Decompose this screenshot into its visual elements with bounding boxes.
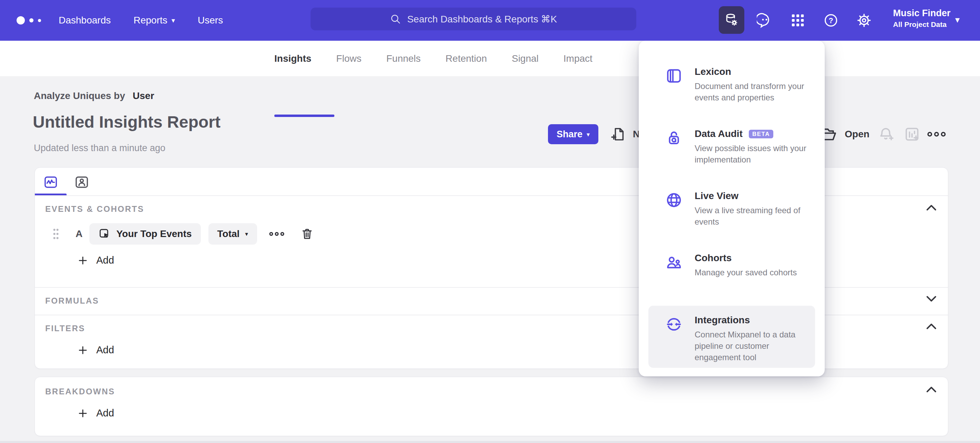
menu-item-integrations[interactable]: Integrations Connect Mixpanel to a data … xyxy=(648,306,815,368)
database-gear-icon xyxy=(724,13,739,28)
menu-item-text: Lexicon Document and transform your even… xyxy=(695,66,810,119)
menu-item-text: Integrations Connect Mixpanel to a data … xyxy=(695,314,810,368)
tab-signal[interactable]: Signal xyxy=(512,53,539,64)
feedback-button[interactable] xyxy=(757,13,773,28)
event-name: Your Top Events xyxy=(116,229,191,240)
plus-icon xyxy=(78,408,88,419)
analyze-entity-dropdown[interactable]: User xyxy=(133,91,154,102)
collapse-events-button[interactable] xyxy=(925,203,937,212)
apps-grid-button[interactable] xyxy=(790,13,806,28)
menu-item-desc: Connect Mixpanel to a data pipeline or c… xyxy=(695,329,810,363)
share-label: Share xyxy=(557,129,582,140)
chart-plus-icon xyxy=(904,125,921,143)
tab-metrics-chart[interactable] xyxy=(43,175,58,190)
create-alert-button[interactable] xyxy=(878,125,895,143)
top-navbar: Dashboards Reports▾ Users Search Dashboa… xyxy=(0,0,980,41)
data-management-button[interactable] xyxy=(719,6,744,34)
nav-item-users[interactable]: Users xyxy=(198,15,223,26)
logo-dot xyxy=(29,18,33,22)
pulse-chart-icon xyxy=(43,175,58,190)
tab-impact[interactable]: Impact xyxy=(563,53,592,64)
delete-event-button[interactable] xyxy=(301,227,314,240)
collapse-filters-button[interactable] xyxy=(925,322,937,330)
add-filter-button[interactable]: Add xyxy=(78,345,114,356)
svg-text:?: ? xyxy=(829,16,833,25)
tab-retention[interactable]: Retention xyxy=(445,53,487,64)
project-scope: All Project Data xyxy=(893,20,951,29)
open-report-button[interactable]: Open xyxy=(819,125,870,143)
chevron-up-icon xyxy=(925,203,937,212)
report-tabs-strip: Insights Flows Funnels Retention Signal … xyxy=(0,41,980,76)
menu-item-title: Live View xyxy=(695,191,738,202)
tab-flows[interactable]: Flows xyxy=(336,53,361,64)
event-row-options-button[interactable] xyxy=(269,231,285,237)
event-selector-button[interactable]: Your Top Events xyxy=(89,223,200,245)
lexicon-icon xyxy=(665,67,683,85)
menu-item-cohorts[interactable]: Cohorts Manage your saved cohorts xyxy=(648,244,815,306)
mixpanel-logo[interactable] xyxy=(17,0,41,41)
menu-item-desc: View a live streaming feed of events xyxy=(695,205,810,227)
add-to-board-button[interactable] xyxy=(904,125,921,143)
tab-insights[interactable]: Insights xyxy=(274,53,311,64)
page-title[interactable]: Untitled Insights Report xyxy=(33,113,221,132)
plus-icon xyxy=(78,255,88,266)
add-event-button[interactable]: Add xyxy=(78,255,114,266)
menu-item-data-audit[interactable]: Data Audit BETA View possible issues wit… xyxy=(648,119,815,181)
help-button[interactable]: ? xyxy=(823,13,839,28)
add-label: Add xyxy=(96,408,114,419)
nav-item-dashboards[interactable]: Dashboards xyxy=(59,15,111,26)
tab-user-profiles[interactable] xyxy=(74,175,89,190)
menu-item-title: Data Audit xyxy=(695,129,743,140)
menu-item-text: Live View View a live streaming feed of … xyxy=(695,191,810,244)
menu-item-title: Integrations xyxy=(695,314,750,326)
analyze-by-row: Analyze Uniques by User xyxy=(34,91,154,102)
section-label-breakdowns: BREAKDOWNS xyxy=(45,387,115,397)
menu-item-text: Cohorts Manage your saved cohorts xyxy=(695,252,797,306)
add-breakdown-button[interactable]: Add xyxy=(78,408,114,419)
more-options-button[interactable] xyxy=(927,130,946,138)
chat-bubble-icon xyxy=(757,13,773,28)
chevron-up-icon xyxy=(925,385,937,394)
open-label: Open xyxy=(845,129,870,140)
trash-icon xyxy=(301,227,314,240)
menu-item-text: Data Audit BETA View possible issues wit… xyxy=(695,129,810,181)
menu-item-lexicon[interactable]: Lexicon Document and transform your even… xyxy=(648,57,815,119)
tab-funnels[interactable]: Funnels xyxy=(386,53,421,64)
window-bottom-edge xyxy=(0,441,980,443)
active-tab-underline xyxy=(274,114,334,117)
menu-item-title: Cohorts xyxy=(695,252,732,264)
logo-dot xyxy=(38,19,41,22)
series-letter: A xyxy=(76,229,83,240)
chevron-down-icon: ▾ xyxy=(245,230,248,237)
drag-handle[interactable] xyxy=(52,228,60,240)
chevron-up-icon xyxy=(925,322,937,330)
plus-icon xyxy=(78,345,88,356)
gear-icon xyxy=(856,13,872,28)
nav-item-label: Dashboards xyxy=(59,15,111,26)
help-icon: ? xyxy=(823,13,839,28)
grid-icon xyxy=(790,13,806,28)
menu-item-desc: Manage your saved cohorts xyxy=(695,267,797,278)
ellipsis-icon xyxy=(927,130,946,138)
chevron-down-icon[interactable]: ▾ xyxy=(955,14,959,25)
settings-button[interactable] xyxy=(856,13,872,28)
chevron-down-icon: ▾ xyxy=(587,131,590,138)
section-label-events: EVENTS & COHORTS xyxy=(45,204,144,214)
primary-nav: Dashboards Reports▾ Users xyxy=(59,0,223,41)
collapse-breakdowns-button[interactable] xyxy=(925,385,937,394)
metric-name: Total xyxy=(217,229,240,240)
share-button[interactable]: Share ▾ xyxy=(548,124,598,144)
chevron-down-icon xyxy=(925,295,937,303)
menu-item-desc: View possible issues with your implement… xyxy=(695,143,810,165)
expand-formulas-button[interactable] xyxy=(925,295,937,303)
updated-timestamp: Updated less than a minute ago xyxy=(34,143,165,154)
logo-dot xyxy=(17,16,25,24)
nav-item-reports[interactable]: Reports▾ xyxy=(134,15,175,26)
search-placeholder: Search Dashboards & Reports ⌘K xyxy=(407,13,557,25)
menu-item-live-view[interactable]: Live View View a live streaming feed of … xyxy=(648,181,815,244)
search-input[interactable]: Search Dashboards & Reports ⌘K xyxy=(310,8,636,30)
integrations-sync-icon xyxy=(665,315,683,333)
search-icon xyxy=(390,13,401,24)
project-selector[interactable]: Music Finder All Project Data xyxy=(893,6,951,29)
metric-selector-button[interactable]: Total ▾ xyxy=(208,223,257,245)
